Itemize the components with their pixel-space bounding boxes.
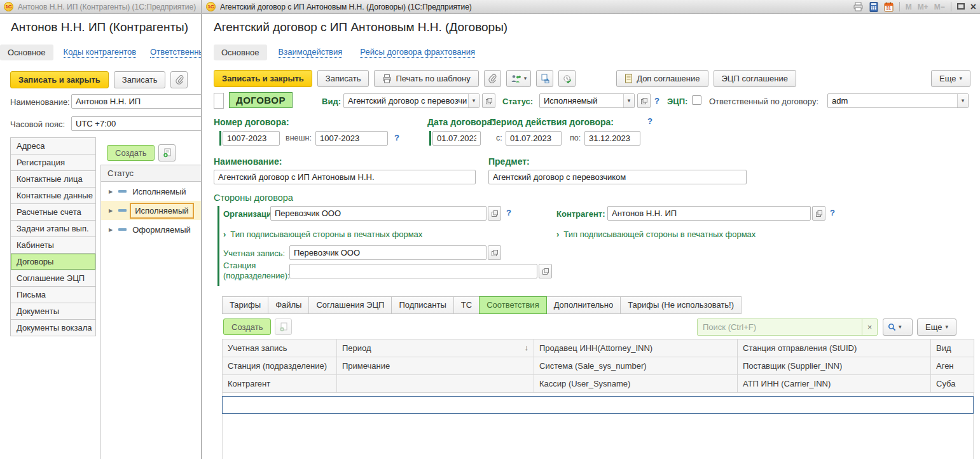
grid-more-button[interactable]: Еще ▾ [917, 319, 956, 336]
contractor-help-icon[interactable]: ? [830, 208, 835, 217]
create-based-on-button[interactable] [536, 70, 553, 87]
search-options-button[interactable]: ▾ [883, 319, 913, 336]
save-button[interactable]: Записать [317, 70, 369, 87]
table-header-cell[interactable]: Учетная запись [223, 339, 337, 357]
contract-date-field[interactable] [432, 131, 481, 146]
table-header-cell[interactable]: Аген [931, 357, 974, 375]
station-open-button[interactable] [539, 264, 552, 278]
nav-item-letters[interactable]: Письма [11, 287, 95, 303]
table-header-cell[interactable]: Станция (подразделение) [223, 357, 337, 375]
status-column-header[interactable]: Статус [101, 165, 202, 182]
memory-add-button[interactable]: M+ [918, 3, 928, 11]
tab-ecp-agreements[interactable]: Соглашения ЭЦП [308, 296, 392, 314]
contract-subject-field[interactable] [488, 170, 747, 184]
create-by-copy-button[interactable] [158, 144, 176, 161]
tab-vehicles[interactable]: ТС [453, 296, 480, 314]
timezone-field[interactable] [71, 116, 202, 131]
kind-open-button[interactable] [482, 93, 495, 108]
status-row[interactable]: ▶ Исполняемый [101, 182, 202, 201]
calendar-icon[interactable]: 31 [884, 2, 894, 12]
nav-item-ecp-agreement[interactable]: Соглашение ЭЦП [11, 270, 95, 287]
table-header-cell[interactable]: Продавец ИНН(Attorney_INN) [534, 339, 738, 357]
status-row[interactable]: ▶ Оформляемый [101, 220, 202, 239]
responsible-combobox[interactable]: adm ▾ [827, 93, 969, 108]
table-header-cell[interactable]: АТП ИНН (Carrier_INN) [738, 375, 931, 393]
grid-selected-empty-row[interactable] [222, 396, 974, 414]
tab-tariffs[interactable]: Тарифы [222, 296, 268, 314]
expand-arrow-icon[interactable]: ▶ [109, 208, 113, 214]
nav-item-contact-persons[interactable]: Контактные лица [11, 171, 95, 188]
period-to-field[interactable] [584, 131, 640, 146]
status-help-icon[interactable]: ? [654, 96, 659, 106]
kind-combobox[interactable]: Агентский договор с перевозчи ▾ [343, 93, 480, 108]
sign-type-link-org[interactable]: ›Тип подписывающей стороны в печатных фо… [223, 230, 422, 239]
attachments-button[interactable] [484, 70, 501, 87]
memory-subtract-button[interactable]: M− [934, 3, 945, 11]
nav-item-registration[interactable]: Регистрация [11, 154, 95, 171]
nav-item-tasks[interactable]: Задачи этапы вып. [11, 221, 95, 237]
ecp-agreement-button[interactable]: ЭЦП соглашение [714, 70, 796, 87]
organization-field[interactable] [270, 206, 487, 221]
organization-open-button[interactable] [488, 206, 501, 221]
grid-copy-button[interactable] [275, 319, 292, 335]
expand-arrow-icon[interactable]: ▶ [109, 189, 113, 195]
name-field[interactable] [71, 94, 202, 109]
tab-main[interactable]: Основное [214, 45, 267, 60]
nav-item-addresses[interactable]: Адреса [11, 138, 95, 154]
table-header-cell[interactable]: Система (Sale_sys_number) [534, 357, 738, 375]
tab-responsible[interactable]: Ответственны [150, 47, 202, 58]
memory-recall-button[interactable]: M [906, 3, 912, 11]
status-combobox[interactable]: Исполняемый ▾ [539, 93, 635, 108]
status-open-button[interactable] [637, 93, 651, 108]
table-header-cell[interactable]: Кассир (User_Sysname) [534, 375, 738, 393]
clear-search-button[interactable]: × [862, 319, 877, 335]
tab-additional[interactable]: Дополнительно [546, 296, 621, 314]
tab-tariffs-deprecated[interactable]: Тарифы (Не использовать!) [620, 296, 742, 314]
status-row-selected[interactable]: ▶ Исполняемый [101, 201, 202, 220]
nav-item-station-documents[interactable]: Документы вокзала [11, 320, 95, 336]
tab-interactions[interactable]: Взаимодействия [279, 47, 343, 58]
nav-item-documents[interactable]: Документы [11, 303, 95, 320]
table-header-cell[interactable]: Примечание [337, 357, 534, 375]
table-header-cell[interactable] [337, 375, 534, 393]
print-titlebar-icon[interactable] [853, 2, 864, 11]
nav-item-bank-accounts[interactable]: Расчетные счета [11, 204, 95, 221]
contract-number-field[interactable] [223, 131, 280, 146]
number-help-icon[interactable]: ? [394, 133, 399, 142]
tab-charter-trips[interactable]: Рейсы договора фрахтования [360, 47, 475, 58]
contract-name-field[interactable] [214, 170, 476, 184]
expand-arrow-icon[interactable]: ▶ [109, 227, 113, 233]
counterparty-actions-button[interactable]: ▾ [506, 70, 532, 87]
dropdown-caret-icon[interactable]: ▾ [957, 94, 968, 107]
calculator-icon[interactable] [869, 2, 878, 12]
table-header-cell[interactable]: Вид [931, 339, 974, 357]
nav-item-cabinets[interactable]: Кабинеты [11, 237, 95, 254]
mark-field[interactable] [214, 93, 224, 109]
close-button[interactable]: × [970, 3, 976, 11]
table-header-cell[interactable]: Поставщик (Supplier_INN) [738, 357, 931, 375]
nav-item-contact-data[interactable]: Контактные данные [11, 188, 95, 204]
tab-main[interactable]: Основное [0, 45, 53, 60]
search-input[interactable] [698, 322, 862, 332]
period-help-icon[interactable]: ? [647, 116, 652, 126]
tab-signers[interactable]: Подписанты [391, 296, 453, 314]
additional-agreement-button[interactable]: Доп соглашение [616, 70, 708, 87]
more-button[interactable]: Еще ▾ [931, 70, 970, 87]
contractor-field[interactable] [607, 206, 811, 221]
save-button[interactable]: Записать [114, 71, 166, 88]
ecp-checkbox[interactable] [692, 95, 701, 105]
save-close-button[interactable]: Записать и закрыть [10, 71, 109, 88]
grid-create-button[interactable]: Создать [223, 319, 271, 335]
sign-type-link-contractor[interactable]: ›Тип подписывающей стороны в печатных фо… [556, 230, 756, 239]
table-header-cell[interactable]: Контрагент [223, 375, 337, 393]
dropdown-caret-icon[interactable]: ▾ [623, 94, 634, 107]
contractor-open-button[interactable] [812, 206, 825, 221]
nav-item-contracts[interactable]: Договоры [11, 254, 95, 270]
table-header-cell[interactable]: Станция отправления (StUID) [738, 339, 931, 357]
account-field[interactable] [289, 245, 487, 260]
period-from-field[interactable] [506, 131, 562, 146]
organization-help-icon[interactable]: ? [506, 208, 511, 217]
station-field[interactable] [289, 264, 537, 278]
print-by-template-button[interactable]: Печать по шаблону [374, 70, 478, 87]
external-number-field[interactable] [315, 131, 388, 146]
